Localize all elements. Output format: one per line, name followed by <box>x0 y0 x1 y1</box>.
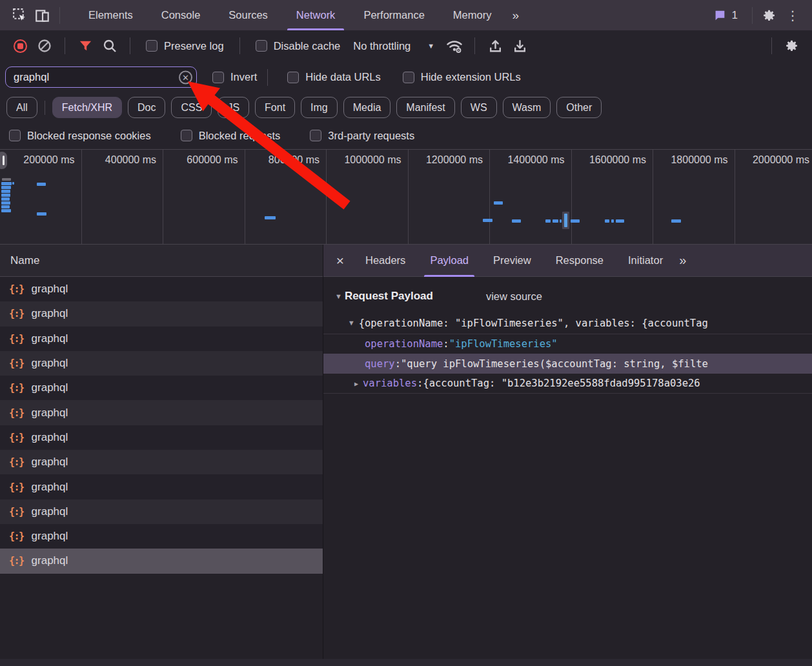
flag-checkbox[interactable] <box>181 130 192 141</box>
more-panels-button[interactable]: » <box>505 8 524 23</box>
record-network-log-button[interactable] <box>9 35 31 57</box>
request-row[interactable]: {:} graphql <box>0 327 323 351</box>
payload-row-query[interactable]: query: "query ipFlowTimeseries($accountT… <box>323 354 812 374</box>
filter-chip-all[interactable]: All <box>6 97 37 118</box>
panel-tab[interactable]: Memory <box>439 0 506 30</box>
request-row[interactable]: {:} graphql <box>0 351 323 376</box>
hide-data-urls-checkbox[interactable] <box>287 72 299 83</box>
panel-tab[interactable]: Network <box>282 0 350 30</box>
ruler-cell: 1800000 ms <box>653 150 735 244</box>
clear-network-log-button[interactable] <box>34 35 56 57</box>
ruler-cell: 1200000 ms <box>409 150 491 244</box>
details-tab[interactable]: Initiator <box>625 245 666 277</box>
request-row[interactable]: {:} graphql <box>0 474 323 499</box>
request-row[interactable]: {:} graphql <box>0 425 323 450</box>
filter-chip[interactable]: WS <box>461 97 497 118</box>
disable-cache-checkbox[interactable] <box>256 40 267 52</box>
filter-chip[interactable]: Doc <box>128 97 165 118</box>
fetch-xhr-icon: {:} <box>9 382 24 394</box>
clear-filter-icon[interactable]: ✕ <box>179 70 192 84</box>
request-row[interactable]: {:} graphql <box>0 524 323 549</box>
request-row[interactable]: {:} graphql <box>0 450 323 474</box>
messages-bubble-icon <box>713 8 727 23</box>
flag-checkbox[interactable] <box>310 130 321 141</box>
timeline-ruler: 200000 ms400000 ms600000 ms800000 ms1000… <box>0 150 812 244</box>
flag-label: Blocked requests <box>199 130 281 142</box>
request-name: graphql <box>32 554 68 567</box>
request-name: graphql <box>32 283 68 296</box>
panel-tab[interactable]: Console <box>147 0 215 30</box>
filter-chip[interactable]: CSS <box>171 97 212 118</box>
network-settings-button[interactable] <box>781 35 803 57</box>
waterfall-bar <box>1 201 10 205</box>
payload-root-row[interactable]: ▼ {operationName: "ipFlowTimeseries", va… <box>323 312 812 334</box>
overview-scroll-handle[interactable] <box>0 152 7 169</box>
panel-tab[interactable]: Sources <box>214 0 282 30</box>
flag-label: Blocked response cookies <box>27 130 151 142</box>
request-row[interactable]: {:} graphql <box>0 301 323 326</box>
network-conditions-button[interactable] <box>443 35 465 57</box>
request-row[interactable]: {:} graphql <box>0 277 323 301</box>
payload-row-operation-name[interactable]: operationName: "ipFlowTimeseries" <box>323 334 812 354</box>
waterfall-bar <box>671 219 681 223</box>
details-tab[interactable]: Response <box>553 245 607 277</box>
waterfall-bar <box>553 219 558 223</box>
filter-chip[interactable]: Other <box>556 97 602 118</box>
ruler-tick-label: 1600000 ms <box>572 150 653 166</box>
waterfall-bar <box>1 197 10 201</box>
invert-checkbox[interactable] <box>212 72 224 83</box>
bottom-scrollbar-track[interactable] <box>0 659 812 666</box>
main-menu-button[interactable]: ⋮ <box>781 4 804 27</box>
messages-count: 1 <box>732 9 738 22</box>
export-har-button[interactable] <box>509 35 531 57</box>
filter-chip[interactable]: Wasm <box>503 97 551 118</box>
request-name: graphql <box>32 357 68 370</box>
details-tab[interactable]: Payload <box>427 245 472 277</box>
request-row[interactable]: {:} graphql <box>0 376 323 400</box>
import-har-button[interactable] <box>484 35 506 57</box>
details-tab[interactable]: Headers <box>362 245 409 277</box>
request-row[interactable]: {:} graphql <box>0 400 323 425</box>
details-tab-label: Headers <box>365 254 405 267</box>
fetch-xhr-icon: {:} <box>9 407 24 419</box>
more-panels-icon: » <box>512 8 518 23</box>
filter-chip[interactable]: Font <box>255 97 295 118</box>
preserve-log-checkbox[interactable] <box>146 40 157 52</box>
ruler-cell: 2000000 ms <box>735 150 812 244</box>
payload-value: {accountTag: "b12e3b2192ee5588fdad995178… <box>423 378 700 389</box>
filter-chip-label: Other <box>566 102 592 114</box>
device-toolbar-icon <box>34 7 51 24</box>
request-payload-section[interactable]: ▼ Request Payload view source <box>323 287 812 306</box>
flag-checkbox[interactable] <box>9 130 21 141</box>
name-column-header[interactable]: Name <box>0 245 323 277</box>
fetch-xhr-icon: {:} <box>9 506 24 518</box>
throttling-select[interactable]: No throttling ▼ <box>349 40 441 52</box>
request-row[interactable]: {:} graphql <box>0 549 323 573</box>
filter-chip[interactable]: Fetch/XHR <box>52 97 122 118</box>
settings-button[interactable] <box>758 4 781 27</box>
inspect-element-button[interactable] <box>8 4 31 27</box>
panel-tab[interactable]: Performance <box>349 0 438 30</box>
filter-chip[interactable]: Img <box>301 97 338 118</box>
filter-chip[interactable]: JS <box>218 97 249 118</box>
close-details-button[interactable]: × <box>327 245 353 277</box>
filter-chip-label: Media <box>353 102 381 114</box>
network-overview[interactable]: 200000 ms400000 ms600000 ms800000 ms1000… <box>0 150 812 245</box>
request-details-panel: × HeadersPayloadPreviewResponseInitiator… <box>323 245 812 665</box>
search-network-button[interactable] <box>99 35 121 57</box>
payload-row-variables[interactable]: ▶variables: {accountTag: "b12e3b2192ee55… <box>323 374 812 394</box>
filter-toggle-button[interactable] <box>74 35 96 57</box>
details-tab[interactable]: Preview <box>490 245 534 277</box>
filter-chip[interactable]: Manifest <box>396 97 454 118</box>
device-toolbar-button[interactable] <box>31 4 54 27</box>
issues-button[interactable]: 1 <box>713 8 738 23</box>
request-row[interactable]: {:} graphql <box>0 500 323 524</box>
filter-input[interactable] <box>5 66 197 88</box>
waterfall-bar <box>265 216 276 219</box>
request-name: graphql <box>32 530 68 543</box>
view-source-link[interactable]: view source <box>486 290 542 303</box>
more-details-tabs-button[interactable]: » <box>679 253 685 268</box>
panel-tab[interactable]: Elements <box>74 0 147 30</box>
hide-extension-urls-checkbox[interactable] <box>403 72 414 83</box>
filter-chip[interactable]: Media <box>343 97 391 118</box>
